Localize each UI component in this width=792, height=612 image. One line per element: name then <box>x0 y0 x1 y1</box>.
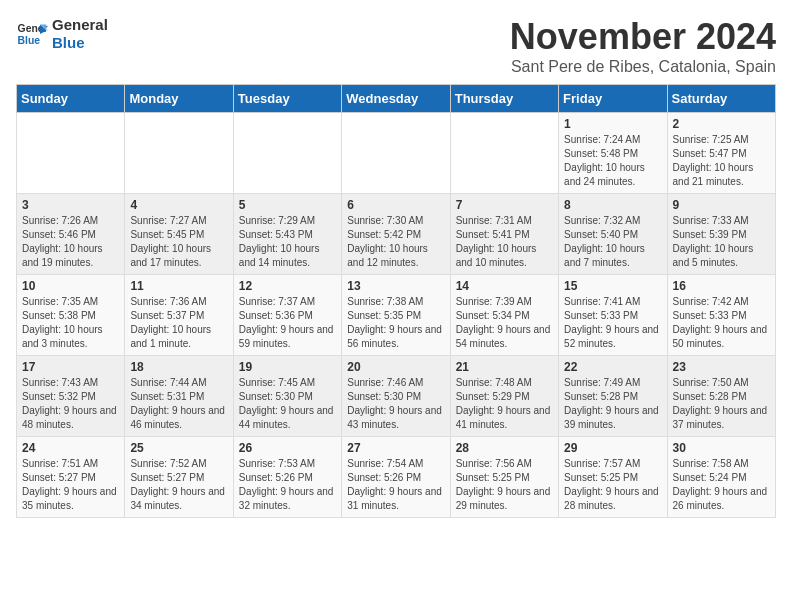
calendar-cell: 13Sunrise: 7:38 AM Sunset: 5:35 PM Dayli… <box>342 275 450 356</box>
day-number: 30 <box>673 441 770 455</box>
calendar-table: SundayMondayTuesdayWednesdayThursdayFrid… <box>16 84 776 518</box>
day-number: 10 <box>22 279 119 293</box>
weekday-header-tuesday: Tuesday <box>233 85 341 113</box>
calendar-cell: 12Sunrise: 7:37 AM Sunset: 5:36 PM Dayli… <box>233 275 341 356</box>
day-info: Sunrise: 7:33 AM Sunset: 5:39 PM Dayligh… <box>673 214 770 270</box>
day-info: Sunrise: 7:52 AM Sunset: 5:27 PM Dayligh… <box>130 457 227 513</box>
day-info: Sunrise: 7:42 AM Sunset: 5:33 PM Dayligh… <box>673 295 770 351</box>
day-number: 4 <box>130 198 227 212</box>
calendar-week-1: 1Sunrise: 7:24 AM Sunset: 5:48 PM Daylig… <box>17 113 776 194</box>
day-number: 3 <box>22 198 119 212</box>
day-number: 22 <box>564 360 661 374</box>
day-info: Sunrise: 7:41 AM Sunset: 5:33 PM Dayligh… <box>564 295 661 351</box>
day-info: Sunrise: 7:38 AM Sunset: 5:35 PM Dayligh… <box>347 295 444 351</box>
calendar-header: SundayMondayTuesdayWednesdayThursdayFrid… <box>17 85 776 113</box>
day-info: Sunrise: 7:35 AM Sunset: 5:38 PM Dayligh… <box>22 295 119 351</box>
calendar-cell: 8Sunrise: 7:32 AM Sunset: 5:40 PM Daylig… <box>559 194 667 275</box>
day-number: 13 <box>347 279 444 293</box>
month-title: November 2024 <box>510 16 776 58</box>
day-number: 26 <box>239 441 336 455</box>
day-number: 9 <box>673 198 770 212</box>
calendar-cell: 27Sunrise: 7:54 AM Sunset: 5:26 PM Dayli… <box>342 437 450 518</box>
day-number: 14 <box>456 279 553 293</box>
day-info: Sunrise: 7:50 AM Sunset: 5:28 PM Dayligh… <box>673 376 770 432</box>
day-info: Sunrise: 7:46 AM Sunset: 5:30 PM Dayligh… <box>347 376 444 432</box>
weekday-header-sunday: Sunday <box>17 85 125 113</box>
calendar-cell: 9Sunrise: 7:33 AM Sunset: 5:39 PM Daylig… <box>667 194 775 275</box>
calendar-cell: 11Sunrise: 7:36 AM Sunset: 5:37 PM Dayli… <box>125 275 233 356</box>
svg-text:Blue: Blue <box>18 35 41 46</box>
day-info: Sunrise: 7:36 AM Sunset: 5:37 PM Dayligh… <box>130 295 227 351</box>
day-info: Sunrise: 7:49 AM Sunset: 5:28 PM Dayligh… <box>564 376 661 432</box>
calendar-cell: 19Sunrise: 7:45 AM Sunset: 5:30 PM Dayli… <box>233 356 341 437</box>
day-number: 16 <box>673 279 770 293</box>
weekday-header-wednesday: Wednesday <box>342 85 450 113</box>
calendar-cell: 25Sunrise: 7:52 AM Sunset: 5:27 PM Dayli… <box>125 437 233 518</box>
logo-line2: Blue <box>52 34 108 52</box>
calendar-body: 1Sunrise: 7:24 AM Sunset: 5:48 PM Daylig… <box>17 113 776 518</box>
day-number: 23 <box>673 360 770 374</box>
calendar-cell <box>450 113 558 194</box>
day-number: 18 <box>130 360 227 374</box>
day-info: Sunrise: 7:43 AM Sunset: 5:32 PM Dayligh… <box>22 376 119 432</box>
calendar-cell: 16Sunrise: 7:42 AM Sunset: 5:33 PM Dayli… <box>667 275 775 356</box>
weekday-header-saturday: Saturday <box>667 85 775 113</box>
day-info: Sunrise: 7:27 AM Sunset: 5:45 PM Dayligh… <box>130 214 227 270</box>
day-info: Sunrise: 7:44 AM Sunset: 5:31 PM Dayligh… <box>130 376 227 432</box>
day-number: 8 <box>564 198 661 212</box>
weekday-header-monday: Monday <box>125 85 233 113</box>
logo: General Blue General Blue <box>16 16 108 52</box>
calendar-cell: 5Sunrise: 7:29 AM Sunset: 5:43 PM Daylig… <box>233 194 341 275</box>
calendar-cell <box>342 113 450 194</box>
calendar-cell: 14Sunrise: 7:39 AM Sunset: 5:34 PM Dayli… <box>450 275 558 356</box>
day-number: 20 <box>347 360 444 374</box>
logo-icon: General Blue <box>16 18 48 50</box>
calendar-cell: 24Sunrise: 7:51 AM Sunset: 5:27 PM Dayli… <box>17 437 125 518</box>
calendar-cell: 29Sunrise: 7:57 AM Sunset: 5:25 PM Dayli… <box>559 437 667 518</box>
day-info: Sunrise: 7:54 AM Sunset: 5:26 PM Dayligh… <box>347 457 444 513</box>
calendar-week-3: 10Sunrise: 7:35 AM Sunset: 5:38 PM Dayli… <box>17 275 776 356</box>
calendar-cell: 1Sunrise: 7:24 AM Sunset: 5:48 PM Daylig… <box>559 113 667 194</box>
day-number: 5 <box>239 198 336 212</box>
day-info: Sunrise: 7:51 AM Sunset: 5:27 PM Dayligh… <box>22 457 119 513</box>
title-block: November 2024 Sant Pere de Ribes, Catalo… <box>510 16 776 76</box>
calendar-cell: 21Sunrise: 7:48 AM Sunset: 5:29 PM Dayli… <box>450 356 558 437</box>
location-subtitle: Sant Pere de Ribes, Catalonia, Spain <box>510 58 776 76</box>
calendar-cell: 26Sunrise: 7:53 AM Sunset: 5:26 PM Dayli… <box>233 437 341 518</box>
day-number: 12 <box>239 279 336 293</box>
calendar-cell: 30Sunrise: 7:58 AM Sunset: 5:24 PM Dayli… <box>667 437 775 518</box>
calendar-cell: 20Sunrise: 7:46 AM Sunset: 5:30 PM Dayli… <box>342 356 450 437</box>
day-info: Sunrise: 7:24 AM Sunset: 5:48 PM Dayligh… <box>564 133 661 189</box>
day-info: Sunrise: 7:56 AM Sunset: 5:25 PM Dayligh… <box>456 457 553 513</box>
day-number: 24 <box>22 441 119 455</box>
calendar-cell: 17Sunrise: 7:43 AM Sunset: 5:32 PM Dayli… <box>17 356 125 437</box>
day-number: 28 <box>456 441 553 455</box>
day-number: 29 <box>564 441 661 455</box>
day-number: 19 <box>239 360 336 374</box>
day-number: 7 <box>456 198 553 212</box>
calendar-cell: 3Sunrise: 7:26 AM Sunset: 5:46 PM Daylig… <box>17 194 125 275</box>
calendar-cell: 4Sunrise: 7:27 AM Sunset: 5:45 PM Daylig… <box>125 194 233 275</box>
calendar-cell: 2Sunrise: 7:25 AM Sunset: 5:47 PM Daylig… <box>667 113 775 194</box>
calendar-cell: 23Sunrise: 7:50 AM Sunset: 5:28 PM Dayli… <box>667 356 775 437</box>
calendar-cell: 22Sunrise: 7:49 AM Sunset: 5:28 PM Dayli… <box>559 356 667 437</box>
day-number: 27 <box>347 441 444 455</box>
calendar-cell: 6Sunrise: 7:30 AM Sunset: 5:42 PM Daylig… <box>342 194 450 275</box>
day-number: 15 <box>564 279 661 293</box>
day-number: 1 <box>564 117 661 131</box>
day-info: Sunrise: 7:48 AM Sunset: 5:29 PM Dayligh… <box>456 376 553 432</box>
weekday-row: SundayMondayTuesdayWednesdayThursdayFrid… <box>17 85 776 113</box>
calendar-cell <box>17 113 125 194</box>
calendar-cell: 18Sunrise: 7:44 AM Sunset: 5:31 PM Dayli… <box>125 356 233 437</box>
calendar-week-2: 3Sunrise: 7:26 AM Sunset: 5:46 PM Daylig… <box>17 194 776 275</box>
weekday-header-thursday: Thursday <box>450 85 558 113</box>
calendar-cell <box>125 113 233 194</box>
day-number: 11 <box>130 279 227 293</box>
day-info: Sunrise: 7:25 AM Sunset: 5:47 PM Dayligh… <box>673 133 770 189</box>
day-number: 17 <box>22 360 119 374</box>
calendar-week-4: 17Sunrise: 7:43 AM Sunset: 5:32 PM Dayli… <box>17 356 776 437</box>
day-info: Sunrise: 7:45 AM Sunset: 5:30 PM Dayligh… <box>239 376 336 432</box>
day-info: Sunrise: 7:53 AM Sunset: 5:26 PM Dayligh… <box>239 457 336 513</box>
calendar-cell: 15Sunrise: 7:41 AM Sunset: 5:33 PM Dayli… <box>559 275 667 356</box>
day-number: 21 <box>456 360 553 374</box>
